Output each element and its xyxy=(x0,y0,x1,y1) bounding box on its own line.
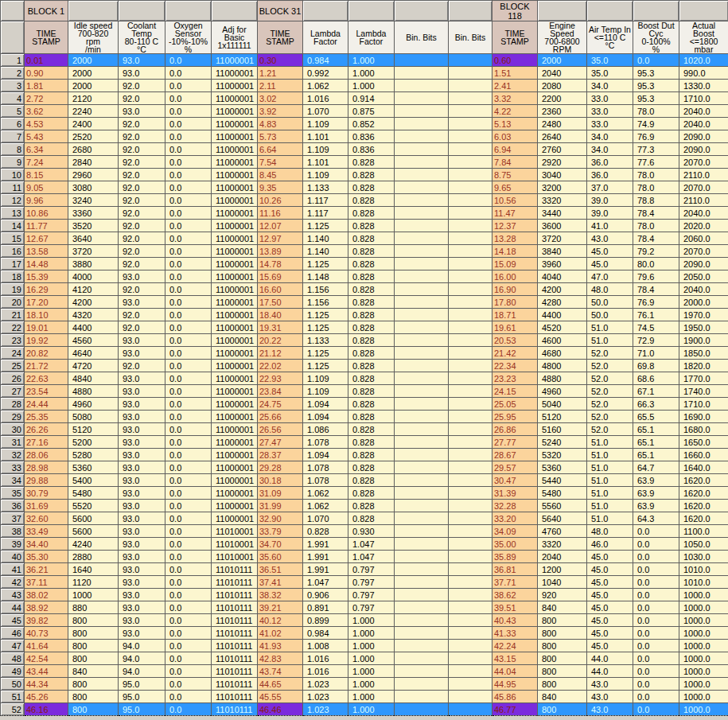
cell-bin_bits2[interactable] xyxy=(449,678,492,691)
row-number[interactable]: 22 xyxy=(1,321,25,334)
cell-ts118[interactable]: 39.51 xyxy=(492,601,538,614)
cell-engine_speed[interactable]: 920 xyxy=(538,589,587,601)
log-row[interactable]: 97.24284092.00.0110000017.541.1010.8287.… xyxy=(1,156,728,169)
cell-boost_duty[interactable]: 63.9 xyxy=(633,487,679,500)
cell-lambda1[interactable]: 1.991 xyxy=(303,538,348,551)
cell-air_temp[interactable]: 44.0 xyxy=(587,665,633,678)
cell-coolant_temp[interactable]: 92.0 xyxy=(119,258,165,270)
cell-lambda2[interactable]: 0.828 xyxy=(348,169,395,181)
cell-adj_basic[interactable]: 11010111 xyxy=(212,665,258,678)
row-number[interactable]: 12 xyxy=(1,194,25,207)
cell-boost_duty[interactable]: 76.9 xyxy=(633,296,679,309)
row-number[interactable]: 33 xyxy=(1,461,25,474)
cell-idle_speed[interactable]: 2000 xyxy=(68,54,119,67)
cell-ts1[interactable]: 41.64 xyxy=(25,640,68,652)
row-number[interactable]: 26 xyxy=(1,372,25,385)
cell-air_temp[interactable]: 45.0 xyxy=(587,245,633,258)
cell-oxygen_sensor[interactable]: 0.0 xyxy=(165,67,212,80)
cell-air_temp[interactable]: 35.0 xyxy=(587,54,633,67)
cell-coolant_temp[interactable]: 93.0 xyxy=(119,627,165,640)
row-number[interactable]: 42 xyxy=(1,576,25,589)
cell-lambda1[interactable]: 1.125 xyxy=(303,360,348,372)
cell-ts1[interactable]: 38.02 xyxy=(25,589,68,601)
cell-ts31[interactable]: 31.99 xyxy=(258,500,303,512)
log-row[interactable]: 3127.16520093.00.01100000127.471.0780.82… xyxy=(1,436,728,449)
cell-actual_boost[interactable]: 2070.0 xyxy=(679,181,728,194)
cell-lambda1[interactable]: 1.991 xyxy=(303,563,348,576)
cell-coolant_temp[interactable]: 92.0 xyxy=(119,321,165,334)
cell-air_temp[interactable]: 45.0 xyxy=(587,627,633,640)
cell-bin_bits1[interactable] xyxy=(395,105,449,118)
cell-air_temp[interactable]: 52.0 xyxy=(587,385,633,398)
cell-coolant_temp[interactable]: 93.0 xyxy=(119,372,165,385)
log-row[interactable]: 2925.35508093.00.01100000125.661.0940.82… xyxy=(1,411,728,423)
row-number[interactable]: 16 xyxy=(1,245,25,258)
cell-bin_bits2[interactable] xyxy=(449,245,492,258)
cell-ts118[interactable]: 43.15 xyxy=(492,652,538,665)
cell-adj_basic[interactable]: 11000001 xyxy=(212,436,258,449)
cell-air_temp[interactable]: 45.0 xyxy=(587,576,633,589)
cell-lambda1[interactable]: 1.094 xyxy=(303,411,348,423)
cell-ts1[interactable]: 8.15 xyxy=(25,169,68,181)
cell-bin_bits2[interactable] xyxy=(449,194,492,207)
cell-ts1[interactable]: 22.63 xyxy=(25,372,68,385)
cell-adj_basic[interactable]: 11000001 xyxy=(212,156,258,169)
cell-coolant_temp[interactable]: 95.0 xyxy=(119,678,165,691)
cell-lambda1[interactable]: 1.047 xyxy=(303,576,348,589)
row-number[interactable]: 41 xyxy=(1,563,25,576)
cell-ts118[interactable]: 22.34 xyxy=(492,360,538,372)
cell-lambda1[interactable]: 0.828 xyxy=(303,525,348,538)
cell-bin_bits2[interactable] xyxy=(449,220,492,232)
cell-engine_speed[interactable]: 800 xyxy=(538,678,587,691)
cell-engine_speed[interactable]: 3720 xyxy=(538,232,587,245)
cell-bin_bits1[interactable] xyxy=(395,385,449,398)
cell-lambda1[interactable]: 1.023 xyxy=(303,678,348,691)
cell-ts1[interactable]: 43.44 xyxy=(25,665,68,678)
cell-coolant_temp[interactable]: 93.0 xyxy=(119,500,165,512)
cell-lambda1[interactable]: 1.140 xyxy=(303,245,348,258)
cell-coolant_temp[interactable]: 95.0 xyxy=(119,691,165,703)
cell-adj_basic[interactable]: 11000001 xyxy=(212,296,258,309)
cell-bin_bits2[interactable] xyxy=(449,551,492,563)
row-number[interactable]: 49 xyxy=(1,665,25,678)
cell-idle_speed[interactable]: 4200 xyxy=(68,296,119,309)
log-row[interactable]: 20.90200093.00.0110000011.210.9921.0001.… xyxy=(1,67,728,80)
row-number[interactable]: 23 xyxy=(1,334,25,347)
cell-boost_duty[interactable]: 63.9 xyxy=(633,500,679,512)
cell-ts118[interactable]: 2.41 xyxy=(492,80,538,92)
cell-air_temp[interactable]: 36.0 xyxy=(587,169,633,181)
cell-lambda1[interactable]: 1.125 xyxy=(303,309,348,321)
cell-bin_bits2[interactable] xyxy=(449,296,492,309)
cell-ts1[interactable]: 35.30 xyxy=(25,551,68,563)
cell-ts1[interactable]: 18.10 xyxy=(25,309,68,321)
cell-coolant_temp[interactable]: 93.0 xyxy=(119,54,165,67)
cell-bin_bits1[interactable] xyxy=(395,614,449,627)
cell-lambda2[interactable]: 0.828 xyxy=(348,245,395,258)
cell-ts1[interactable]: 6.34 xyxy=(25,143,68,156)
cell-idle_speed[interactable]: 800 xyxy=(68,627,119,640)
cell-idle_speed[interactable]: 2240 xyxy=(68,105,119,118)
cell-lambda1[interactable]: 1.109 xyxy=(303,169,348,181)
cell-adj_basic[interactable]: 11000001 xyxy=(212,411,258,423)
cell-coolant_temp[interactable]: 93.0 xyxy=(119,347,165,360)
cell-idle_speed[interactable]: 800 xyxy=(68,640,119,652)
cell-lambda2[interactable]: 0.930 xyxy=(348,525,395,538)
cell-boost_duty[interactable]: 77.6 xyxy=(633,156,679,169)
log-row[interactable]: 2824.44496093.00.01100000124.751.0940.82… xyxy=(1,398,728,411)
cell-lambda1[interactable]: 1.094 xyxy=(303,449,348,461)
cell-coolant_temp[interactable]: 93.0 xyxy=(119,614,165,627)
cell-lambda2[interactable]: 0.828 xyxy=(348,512,395,525)
cell-ts1[interactable]: 28.06 xyxy=(25,449,68,461)
row-number[interactable]: 38 xyxy=(1,525,25,538)
cell-bin_bits1[interactable] xyxy=(395,487,449,500)
cell-ts1[interactable]: 34.40 xyxy=(25,538,68,551)
cell-actual_boost[interactable]: 1620.0 xyxy=(679,500,728,512)
cell-ts1[interactable]: 0.90 xyxy=(25,67,68,80)
cell-ts1[interactable]: 9.05 xyxy=(25,181,68,194)
cell-oxygen_sensor[interactable]: 0.0 xyxy=(165,474,212,487)
cell-lambda1[interactable]: 1.125 xyxy=(303,220,348,232)
cell-lambda1[interactable]: 0.891 xyxy=(303,601,348,614)
cell-bin_bits2[interactable] xyxy=(449,258,492,270)
cell-lambda2[interactable]: 0.828 xyxy=(348,487,395,500)
cell-ts118[interactable]: 29.57 xyxy=(492,461,538,474)
